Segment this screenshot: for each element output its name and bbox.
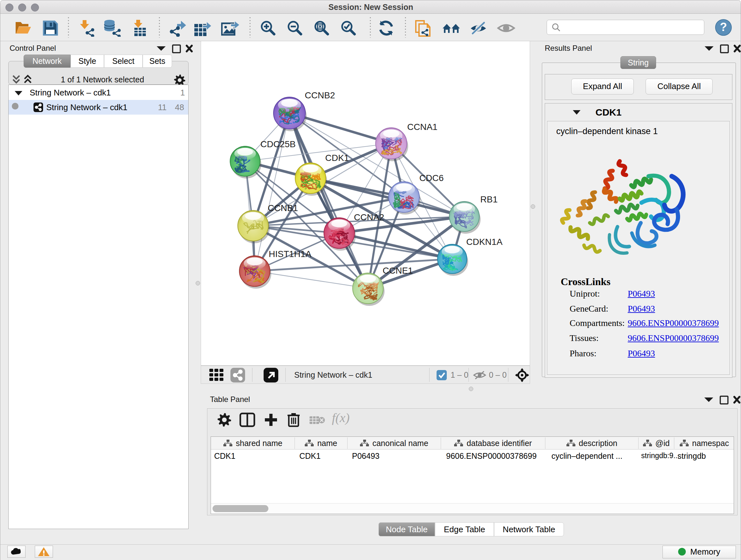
svg-text:RB1: RB1	[480, 194, 497, 204]
svg-text:CDC25B: CDC25B	[260, 139, 295, 149]
svg-text:CCNB1: CCNB1	[268, 203, 298, 213]
svg-text:HIST1H1A: HIST1H1A	[269, 249, 312, 259]
svg-text:CCNA2: CCNA2	[354, 212, 384, 222]
svg-text:CDC6: CDC6	[419, 173, 444, 183]
svg-text:CCNB2: CCNB2	[305, 90, 335, 100]
svg-text:CCNE1: CCNE1	[383, 266, 413, 275]
svg-text:CDKN1A: CDKN1A	[466, 237, 502, 247]
svg-text:CDK1: CDK1	[325, 153, 349, 163]
svg-text:CCNA1: CCNA1	[407, 122, 437, 132]
